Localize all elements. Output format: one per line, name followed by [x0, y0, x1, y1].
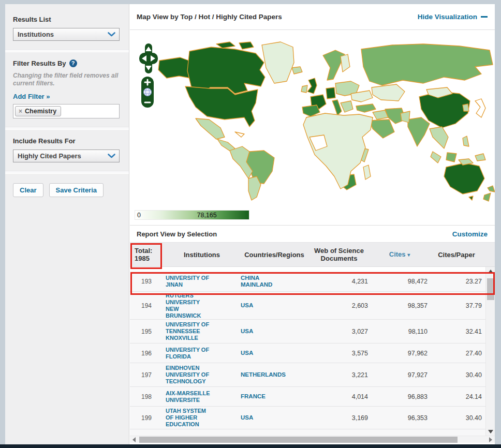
- hide-visualization-link[interactable]: Hide Visualization: [418, 13, 488, 21]
- rank-cell: 199: [130, 414, 163, 422]
- filter-chip-label: Chemistry: [25, 108, 56, 115]
- help-icon[interactable]: ?: [69, 59, 77, 67]
- region-southeast-asia: [430, 127, 448, 148]
- sidebar-buttons: Clear Save Criteria: [5, 174, 129, 206]
- institution-link[interactable]: UTAH SYSTEM OF HIGHER EDUCATION: [166, 408, 207, 428]
- filter-chip-chemistry[interactable]: × Chemistry: [15, 106, 61, 116]
- column-countries: Countries/Regions: [241, 251, 308, 259]
- institution-link[interactable]: UNIVERSITY OF TENNESSEE KNOXVILLE: [166, 321, 214, 341]
- region-iceland: [292, 67, 302, 74]
- scale-min-label: 0: [137, 212, 141, 219]
- country-link[interactable]: NETHERLANDS: [241, 371, 288, 378]
- region-pakistan: [401, 111, 410, 123]
- horizontal-scroll-thumb[interactable]: [139, 437, 458, 443]
- column-total: Total: 1985: [130, 247, 163, 262]
- institution-link[interactable]: RUTGERS UNIVERSITY NEW BRUNSWICK: [166, 292, 206, 319]
- region-south-korea: [463, 104, 469, 111]
- scroll-left-button[interactable]: [130, 436, 138, 443]
- institution-link[interactable]: AIX-MARSEILLE UNIVERSITE: [166, 390, 214, 404]
- region-germany: [326, 87, 335, 99]
- region-africa: [303, 113, 373, 189]
- column-cites-sort[interactable]: Cites ▾: [370, 250, 429, 259]
- region-uk: [307, 78, 317, 94]
- map-pan-control[interactable]: [139, 43, 159, 77]
- app-window: Results List Institutions Filter Results…: [5, 4, 495, 444]
- country-link[interactable]: FRANCE: [241, 393, 288, 400]
- results-list-label: Results List: [13, 16, 121, 23]
- cites-cell: 97,927: [370, 371, 429, 379]
- sort-arrow-icon: ▾: [407, 252, 410, 258]
- map-view-title: Map View by Top / Hot / Highly Cited Pap…: [137, 13, 282, 21]
- table-row: 194 RUTGERS UNIVERSITY NEW BRUNSWICK USA…: [130, 292, 485, 320]
- country-link[interactable]: CHINA MAINLAND: [241, 275, 288, 288]
- country-link[interactable]: USA: [241, 414, 288, 421]
- filter-results-label: Filter Results By: [13, 59, 66, 67]
- scroll-up-button[interactable]: [486, 267, 495, 275]
- results-list-dropdown[interactable]: Institutions: [13, 28, 120, 41]
- documents-cell: 3,169: [308, 414, 370, 422]
- cites-cell: 97,962: [370, 350, 429, 357]
- include-results-section: Include Results For Highly Cited Papers: [5, 130, 129, 171]
- documents-cell: 2,603: [308, 302, 370, 309]
- institution-link[interactable]: EINDHOVEN UNIVERSITY OF TECHNOLOGY: [166, 365, 214, 385]
- vertical-scroll-thumb[interactable]: [487, 278, 494, 300]
- cites-per-paper-cell: 30.40: [429, 414, 484, 422]
- country-link[interactable]: USA: [241, 350, 288, 356]
- region-kazakhstan: [372, 84, 405, 101]
- table-row: UNIVERSITAT: [130, 429, 485, 436]
- customize-link[interactable]: Customize: [452, 230, 488, 238]
- region-greenland: [262, 42, 294, 83]
- horizontal-scrollbar[interactable]: [130, 436, 495, 443]
- region-saudi-arabia: [370, 120, 394, 138]
- country-link[interactable]: USA: [241, 302, 288, 309]
- scroll-down-button[interactable]: [486, 427, 495, 436]
- include-results-dropdown[interactable]: Highly Cited Papers: [13, 150, 120, 162]
- map-visualization: 0 78,165: [130, 30, 495, 226]
- column-institutions: Institutions: [163, 251, 241, 259]
- remove-filter-icon[interactable]: ×: [19, 108, 22, 115]
- vertical-scrollbar[interactable]: [485, 267, 495, 436]
- column-documents: Web of Science Documents: [308, 247, 370, 262]
- institution-link[interactable]: UNIVERSITY OF JINAN: [166, 275, 214, 288]
- region-sumatra: [431, 152, 441, 163]
- rank-cell: 195: [130, 328, 163, 335]
- region-papua: [475, 154, 485, 161]
- map-color-scale: 0 78,165: [135, 210, 249, 220]
- chevron-down-icon: [107, 152, 116, 161]
- cites-per-paper-cell: 30.40: [429, 371, 484, 379]
- table-row: 195 UNIVERSITY OF TENNESSEE KNOXVILLE US…: [130, 320, 485, 344]
- table-row: 197 EINDHOVEN UNIVERSITY OF TECHNOLOGY N…: [130, 363, 485, 387]
- region-arctic-island: [239, 42, 254, 49]
- table-row: 198 AIX-MARSEILLE UNIVERSITE FRANCE 4,01…: [130, 387, 485, 407]
- save-criteria-button[interactable]: Save Criteria: [49, 183, 104, 197]
- rank-cell: 194: [130, 302, 163, 309]
- cites-cell: 96,883: [370, 393, 429, 400]
- map-zoom-control[interactable]: [141, 76, 154, 110]
- institution-link[interactable]: UNIVERSITY OF FLORIDA: [166, 347, 214, 360]
- cites-cell: 98,110: [370, 328, 429, 335]
- globe-icon: [144, 88, 152, 96]
- scroll-right-icon: [489, 437, 492, 442]
- rank-cell: 197: [130, 371, 163, 379]
- add-filter-link[interactable]: Add Filter »: [13, 93, 50, 100]
- chevron-down-icon: [107, 30, 116, 39]
- region-philippines: [463, 136, 469, 146]
- scroll-right-button[interactable]: [487, 436, 495, 443]
- region-tasmania: [469, 196, 473, 200]
- table-body: 193 UNIVERSITY OF JINAN CHINA MAINLAND 4…: [130, 267, 495, 436]
- active-filters-box: × Chemistry: [13, 104, 120, 118]
- table-row: 199 UTAH SYSTEM OF HIGHER EDUCATION USA …: [130, 407, 485, 429]
- world-map[interactable]: [134, 36, 495, 209]
- cites-per-paper-cell: 37.79: [429, 302, 484, 309]
- cites-per-paper-cell: 27.40: [429, 350, 484, 357]
- scroll-left-icon: [132, 437, 136, 442]
- region-balkans: [341, 101, 353, 112]
- clear-button[interactable]: Clear: [13, 183, 43, 197]
- column-cites-per-paper: Cites/Paper: [429, 251, 484, 259]
- filter-note: Changing the filter field removes all cu…: [13, 72, 121, 87]
- table-header: Total: 1985 Institutions Countries/Regio…: [130, 242, 495, 267]
- country-link[interactable]: USA: [241, 328, 288, 335]
- region-australia: [444, 163, 484, 194]
- scroll-down-icon: [488, 430, 493, 434]
- region-japan: [475, 99, 485, 117]
